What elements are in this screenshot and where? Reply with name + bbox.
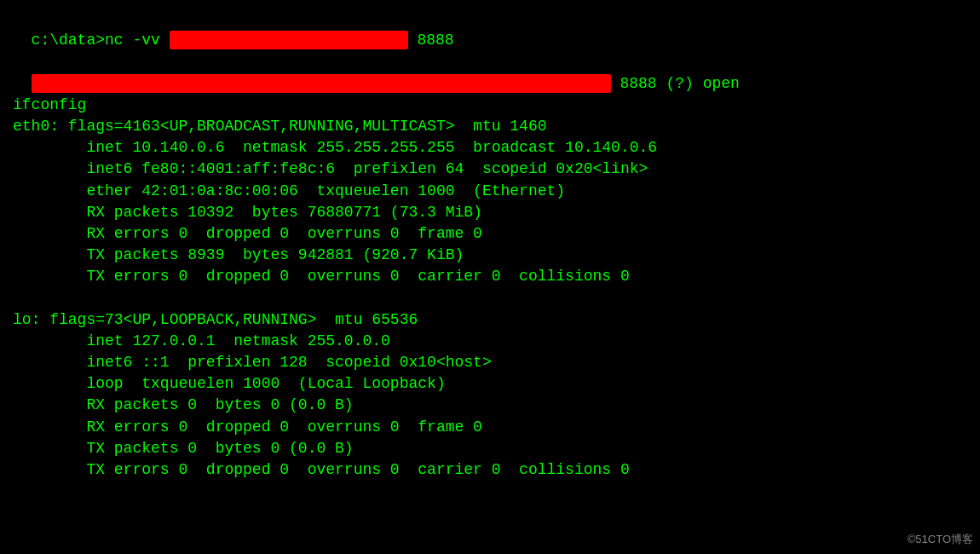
eth0-inet: inet 10.140.0.6 netmask 255.255.255.255 … <box>13 137 967 159</box>
redacted-ip-1 <box>170 31 408 49</box>
section-gap <box>13 287 967 309</box>
eth0-tx-errors: TX errors 0 dropped 0 overruns 0 carrier… <box>13 266 967 287</box>
eth0-ether: ether 42:01:0a:8c:00:06 txqueuelen 1000 … <box>13 181 967 202</box>
eth0-inet6: inet6 fe80::4001:aff:fe8c:6 prefixlen 64… <box>13 159 967 180</box>
eth0-tx-packets: TX packets 8939 bytes 942881 (920.7 KiB) <box>13 245 967 266</box>
conn-line: 8888 (?) open <box>13 51 967 94</box>
lo-rx-packets: RX packets 0 bytes 0 (0.0 B) <box>13 395 967 416</box>
watermark: ©51CTO博客 <box>908 532 973 547</box>
lo-rx-errors: RX errors 0 dropped 0 overruns 0 frame 0 <box>13 417 967 438</box>
lo-loop: loop txqueuelen 1000 (Local Loopback) <box>13 373 967 395</box>
lo-inet: inet 127.0.0.1 netmask 255.0.0.0 <box>13 331 967 352</box>
lo-tx-errors: TX errors 0 dropped 0 overruns 0 carrier… <box>13 459 967 481</box>
cmd-suffix: 8888 <box>408 32 454 49</box>
eth0-flags: eth0: flags=4163<UP,BROADCAST,RUNNING,MU… <box>13 116 967 137</box>
lo-inet6: inet6 ::1 prefixlen 128 scopeid 0x10<hos… <box>13 352 967 373</box>
redacted-ip-2 <box>32 74 611 93</box>
eth0-rx-packets: RX packets 10392 bytes 76880771 (73.3 Mi… <box>13 202 967 223</box>
lo-tx-packets: TX packets 0 bytes 0 (0.0 B) <box>13 438 967 459</box>
cmd-prefix: c:\data>nc -vv <box>32 32 170 49</box>
lo-flags: lo: flags=73<UP,LOOPBACK,RUNNING> mtu 65… <box>13 309 967 331</box>
eth0-rx-errors: RX errors 0 dropped 0 overruns 0 frame 0 <box>13 223 967 245</box>
cmd-line: c:\data>nc -vv 8888 <box>13 9 967 51</box>
ifconfig-cmd: ifconfig <box>13 95 967 116</box>
conn-suffix: 8888 (?) open <box>611 75 740 92</box>
